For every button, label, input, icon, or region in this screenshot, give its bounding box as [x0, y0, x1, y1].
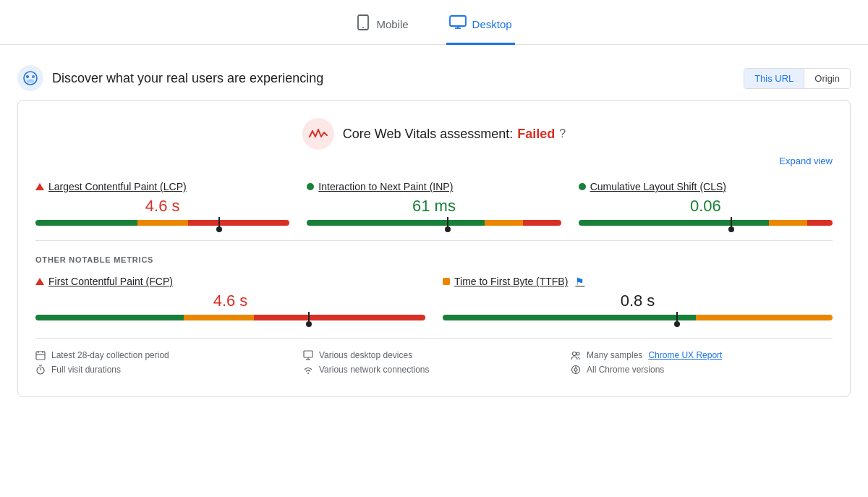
main-card: Core Web Vitals assessment: Failed ? Exp…	[17, 100, 851, 397]
other-metrics-grid: First Contentful Paint (FCP)4.6 sTime to…	[35, 276, 833, 320]
users-icon	[571, 350, 581, 360]
metric-item-fcp: First Contentful Paint (FCP)4.6 s	[35, 276, 425, 320]
metric-item-cls: Cumulative Layout Shift (CLS)0.06	[579, 181, 833, 226]
chrome-icon	[571, 365, 581, 375]
footer-info: Latest 28-day collection periodFull visi…	[35, 338, 833, 379]
svg-rect-9	[36, 352, 45, 360]
desktop-icon	[449, 15, 467, 33]
ttfb-flag-icon: ⚑	[575, 276, 584, 287]
footer-item: Various network connections	[303, 365, 565, 375]
metric-item-ttfb: Time to First Byte (TTFB)⚑0.8 s	[443, 276, 833, 320]
tab-mobile-label: Mobile	[376, 18, 408, 30]
chrome-ux-report-link[interactable]: Chrome UX Report	[648, 350, 722, 360]
cwv-icon	[302, 118, 334, 150]
monitor-icon	[303, 350, 313, 360]
svg-point-1	[362, 27, 364, 28]
header-icon	[17, 65, 43, 91]
metric-bar-cls	[579, 220, 833, 226]
footer-col-1: Various desktop devicesVarious network c…	[303, 350, 565, 379]
page-header: Discover what your real users are experi…	[0, 56, 868, 100]
footer-item: Various desktop devices	[303, 350, 565, 360]
svg-point-6	[26, 75, 29, 78]
metric-indicator-inp	[307, 183, 314, 190]
metric-bar-fcp	[35, 315, 425, 320]
metric-marker-cls	[731, 217, 732, 229]
page-title: Discover what your real users are experi…	[52, 71, 735, 86]
mobile-icon	[356, 14, 370, 34]
tab-desktop-label: Desktop	[472, 18, 512, 30]
footer-item: Many samples Chrome UX Report	[571, 350, 833, 360]
svg-rect-16	[304, 351, 312, 357]
metric-label-cls[interactable]: Cumulative Layout Shift (CLS)	[579, 181, 833, 192]
metric-item-inp: Interaction to Next Paint (INP)61 ms	[307, 181, 561, 226]
calendar-icon	[35, 350, 46, 360]
svg-point-21	[576, 352, 579, 355]
tab-bar: Mobile Desktop	[0, 0, 868, 45]
metric-label-inp[interactable]: Interaction to Next Paint (INP)	[307, 181, 561, 192]
metric-marker-inp	[447, 217, 448, 229]
metric-marker-ttfb	[676, 312, 678, 323]
cwv-status: Failed	[517, 127, 555, 142]
origin-button[interactable]: Origin	[804, 69, 850, 88]
cwv-header: Core Web Vitals assessment: Failed ?	[35, 118, 833, 150]
other-metrics-label: OTHER NOTABLE METRICS	[35, 255, 833, 264]
metric-indicator-cls	[579, 183, 586, 190]
footer-col-2: Many samples Chrome UX ReportAll Chrome …	[571, 350, 833, 379]
metric-item-lcp: Largest Contentful Paint (LCP)4.6 s	[35, 181, 289, 226]
svg-point-8	[27, 80, 34, 83]
metric-value-cls: 0.06	[579, 197, 833, 216]
metric-label-fcp[interactable]: First Contentful Paint (FCP)	[35, 276, 425, 287]
svg-point-7	[32, 75, 35, 78]
metric-indicator-fcp	[35, 278, 44, 285]
svg-point-23	[574, 368, 577, 371]
help-icon[interactable]: ?	[559, 127, 566, 140]
metric-bar-ttfb	[443, 315, 833, 320]
metric-bar-inp	[307, 220, 561, 226]
metric-value-inp: 61 ms	[307, 197, 561, 216]
metric-marker-lcp	[218, 217, 220, 229]
this-url-button[interactable]: This URL	[744, 69, 804, 88]
metric-value-ttfb: 0.8 s	[443, 292, 833, 310]
url-origin-toggle: This URL Origin	[744, 68, 851, 89]
svg-rect-2	[450, 16, 466, 26]
footer-item: All Chrome versions	[571, 365, 833, 375]
wifi-icon	[303, 365, 313, 375]
timer-icon	[35, 365, 46, 375]
metric-label-lcp[interactable]: Largest Contentful Paint (LCP)	[35, 181, 289, 192]
tab-mobile[interactable]: Mobile	[353, 9, 411, 45]
cwv-metrics-grid: Largest Contentful Paint (LCP)4.6 sInter…	[35, 181, 833, 241]
metric-indicator-ttfb	[443, 278, 450, 285]
footer-item: Full visit durations	[35, 365, 297, 375]
footer-col-0: Latest 28-day collection periodFull visi…	[35, 350, 297, 379]
svg-point-20	[573, 352, 576, 356]
cwv-assessment-label: Core Web Vitals assessment:	[343, 127, 513, 142]
metric-indicator-lcp	[35, 183, 44, 190]
metric-bar-lcp	[35, 220, 289, 226]
metric-value-lcp: 4.6 s	[35, 197, 289, 216]
metric-marker-fcp	[308, 312, 310, 323]
metric-label-ttfb[interactable]: Time to First Byte (TTFB)⚑	[443, 276, 833, 287]
svg-point-19	[307, 373, 309, 374]
footer-item: Latest 28-day collection period	[35, 350, 297, 360]
tab-desktop[interactable]: Desktop	[446, 9, 515, 45]
expand-view-button[interactable]: Expand view	[35, 156, 833, 166]
metric-value-fcp: 4.6 s	[35, 292, 425, 310]
